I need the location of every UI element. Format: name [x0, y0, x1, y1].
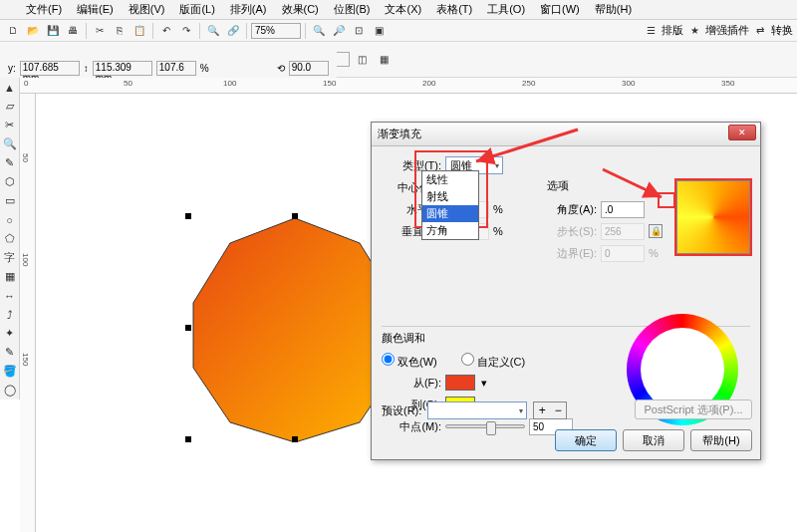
dialog-titlebar[interactable]: 渐变填充 ✕ [372, 123, 760, 146]
a2-field[interactable]: 90.0 [289, 61, 329, 76]
misc2-icon[interactable]: ▦ [376, 51, 394, 69]
redo-icon[interactable]: ↷ [177, 22, 195, 40]
from-label: 从(F): [382, 376, 441, 391]
menu-tools[interactable]: 工具(O) [481, 0, 531, 19]
step-label: 步长(S): [547, 224, 597, 239]
mid-slider[interactable] [445, 424, 525, 428]
menu-file[interactable]: 文件(F) [20, 0, 68, 19]
fill-tool-icon[interactable]: 🪣 [0, 362, 19, 381]
connector-tool-icon[interactable]: ⤴ [0, 305, 19, 324]
minus-icon[interactable]: − [550, 402, 566, 418]
dialog-title: 渐变填充 [378, 127, 421, 141]
zoomin-icon[interactable]: 🔍 [310, 22, 328, 40]
outline-tool-icon[interactable]: ◯ [0, 381, 19, 399]
mid-label: 中点(M): [382, 419, 441, 434]
effects-tool-icon[interactable]: ✦ [0, 324, 19, 343]
menu-edit[interactable]: 编辑(E) [71, 0, 120, 19]
type-dropdown[interactable]: 线性 射线 圆锥 方角 [421, 170, 479, 240]
zoomfit-icon[interactable]: ⊡ [350, 22, 368, 40]
plugin-label: 增强插件 [705, 23, 749, 38]
freehand-tool-icon[interactable]: ✎ [0, 153, 19, 172]
from-swatch[interactable] [445, 375, 475, 391]
y-field[interactable]: 107.685 mm [20, 61, 80, 76]
postscript-button: PostScript 选项(P)... [635, 399, 752, 419]
cut-icon[interactable]: ✂ [91, 22, 109, 40]
print-icon[interactable]: 🖶 [64, 22, 82, 40]
step-lock-icon[interactable]: 🔒 [649, 224, 663, 238]
main-toolbar: 🗋 📂 💾 🖶 ✂ ⎘ 📋 ↶ ↷ 🔍 🔗 75% 🔍 🔎 ⊡ ▣ ☰ 排版 ★… [0, 20, 797, 42]
ok-button[interactable]: 确定 [555, 429, 617, 451]
menu-arrange[interactable]: 排列(A) [224, 0, 273, 19]
zoompage-icon[interactable]: ▣ [370, 22, 388, 40]
angle-field[interactable]: .0 [601, 201, 645, 218]
ellipse-tool-icon[interactable]: ○ [0, 210, 19, 229]
type-option-conical[interactable]: 圆锥 [422, 205, 478, 222]
menu-text[interactable]: 文本(X) [379, 0, 427, 19]
options-group-label: 选项 [547, 178, 569, 193]
menu-layout[interactable]: 版面(L) [173, 0, 220, 19]
save-icon[interactable]: 💾 [44, 22, 62, 40]
sy-field[interactable]: 107.6 [156, 61, 196, 76]
paiban-label: 排版 [662, 23, 683, 38]
shape-tool-icon[interactable]: ▱ [0, 97, 19, 116]
ruler-vertical: 50 100 150 [20, 94, 36, 532]
cancel-button[interactable]: 取消 [623, 429, 684, 451]
edge-field: 0 [601, 245, 645, 262]
zoom-tool-icon[interactable]: 🔍 [0, 134, 19, 153]
undo-icon[interactable]: ↶ [157, 22, 175, 40]
convert-icon[interactable]: ⇄ [751, 22, 769, 40]
copy-icon[interactable]: ⎘ [111, 22, 129, 40]
h-field[interactable]: 115.309 mm [93, 61, 152, 76]
menu-window[interactable]: 窗口(W) [534, 0, 586, 19]
menu-help[interactable]: 帮助(H) [589, 0, 638, 19]
plus-icon[interactable]: + [534, 402, 550, 418]
toolbox: ▲ ▱ ✂ 🔍 ✎ ⬡ ▭ ○ ⬠ 字 ▦ ↔ ⤴ ✦ ✎ 🪣 ◯ [0, 78, 20, 399]
open-icon[interactable]: 📂 [24, 22, 42, 40]
paste-icon[interactable]: 📋 [131, 22, 148, 40]
dimension-tool-icon[interactable]: ↔ [0, 286, 19, 305]
paiban-icon[interactable]: ☰ [642, 22, 660, 40]
type-option-radial[interactable]: 射线 [422, 188, 478, 205]
zoom-combo[interactable]: 75% [251, 23, 301, 39]
h-icon: ↕ [84, 63, 89, 74]
convert-label: 转换 [771, 23, 793, 38]
smart-tool-icon[interactable]: ⬡ [0, 172, 19, 191]
link-icon[interactable]: 🔗 [224, 22, 242, 40]
gradient-preview [674, 178, 752, 256]
type-option-linear[interactable]: 线性 [422, 171, 478, 188]
table-tool-icon[interactable]: ▦ [0, 267, 19, 286]
menu-view[interactable]: 视图(V) [123, 0, 171, 19]
misc-icon[interactable]: ◫ [354, 51, 372, 69]
preset-add-remove[interactable]: +− [533, 401, 567, 419]
ruler-horizontal: 0 50 100 150 200 250 300 350 [20, 78, 797, 94]
angle-label: 角度(A): [547, 202, 597, 217]
eyedrop-tool-icon[interactable]: ✎ [0, 343, 19, 362]
plugin-icon[interactable]: ★ [685, 22, 703, 40]
y-label: y: [8, 63, 16, 74]
zoomout-icon[interactable]: 🔎 [330, 22, 348, 40]
close-button[interactable]: ✕ [728, 125, 756, 140]
step-field: 256 [601, 223, 645, 240]
pick-tool-icon[interactable]: ▲ [0, 78, 19, 97]
edge-label: 边界(E): [547, 246, 597, 261]
custom-radio[interactable]: 自定义(C) [461, 353, 525, 370]
twocolor-radio[interactable]: 双色(W) [382, 353, 437, 370]
crop-tool-icon[interactable]: ✂ [0, 116, 19, 134]
svg-marker-0 [193, 218, 397, 442]
polygon-tool-icon[interactable]: ⬠ [0, 229, 19, 248]
menu-effects[interactable]: 效果(C) [276, 0, 325, 19]
preset-combo[interactable] [427, 401, 527, 419]
preset-label: 预设(R): [382, 403, 421, 418]
text-tool-icon[interactable]: 字 [0, 248, 19, 267]
search-icon[interactable]: 🔍 [204, 22, 222, 40]
type-option-square[interactable]: 方角 [422, 222, 478, 239]
menu-bitmap[interactable]: 位图(B) [328, 0, 377, 19]
menu-bar: 文件(F) 编辑(E) 视图(V) 版面(L) 排列(A) 效果(C) 位图(B… [0, 0, 797, 20]
menu-table[interactable]: 表格(T) [430, 0, 478, 19]
new-icon[interactable]: 🗋 [4, 22, 22, 40]
rect-tool-icon[interactable]: ▭ [0, 191, 19, 210]
help-button[interactable]: 帮助(H) [690, 429, 752, 451]
